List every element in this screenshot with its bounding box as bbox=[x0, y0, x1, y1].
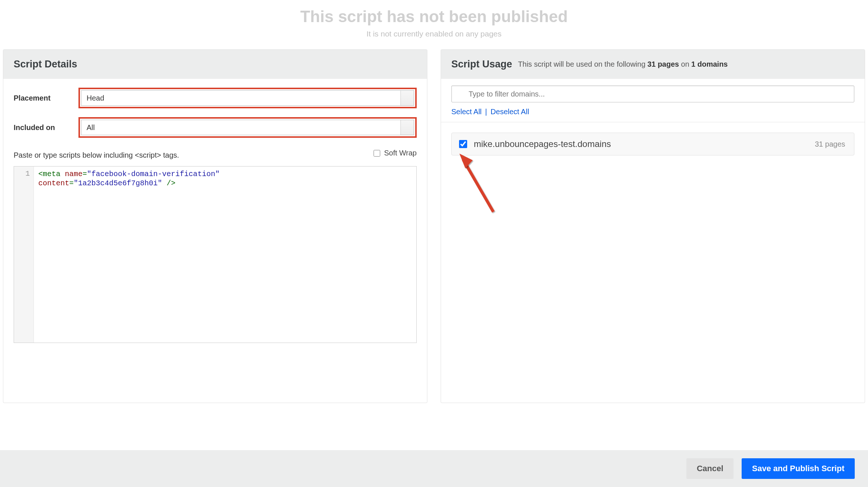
placement-highlight: Head bbox=[78, 88, 417, 108]
domain-filter-row: Select All | Deselect All bbox=[441, 79, 865, 122]
save-publish-button[interactable]: Save and Publish Script bbox=[742, 458, 855, 479]
code-gutter: 1 bbox=[14, 167, 34, 343]
placement-label: Placement bbox=[14, 94, 73, 102]
selection-links: Select All | Deselect All bbox=[451, 108, 854, 116]
script-details-panel: Script Details Placement Head Included o… bbox=[3, 49, 427, 403]
script-instruction: Paste or type scripts below including <s… bbox=[14, 151, 179, 160]
select-all-link[interactable]: Select All bbox=[451, 108, 482, 116]
placement-value: Head bbox=[87, 94, 104, 102]
unpublished-banner: This script has not been published It is… bbox=[0, 0, 868, 49]
included-on-highlight: All bbox=[78, 117, 417, 138]
domain-name: mike.unbouncepages-test.domains bbox=[474, 139, 808, 149]
soft-wrap-toggle[interactable]: Soft Wrap bbox=[374, 149, 417, 157]
dropdown-arrow-icon bbox=[400, 91, 414, 105]
line-number: 1 bbox=[18, 169, 30, 178]
included-on-select[interactable]: All bbox=[81, 120, 414, 135]
domain-checkbox[interactable] bbox=[459, 140, 467, 148]
banner-subtitle: It is not currently enabled on any pages bbox=[0, 29, 868, 38]
dropdown-arrow-icon bbox=[400, 120, 414, 135]
annotation-arrow-icon bbox=[449, 146, 501, 219]
included-on-value: All bbox=[87, 123, 95, 132]
placement-select[interactable]: Head bbox=[81, 90, 414, 106]
soft-wrap-label: Soft Wrap bbox=[384, 149, 417, 157]
domain-row[interactable]: mike.unbouncepages-test.domains 31 pages bbox=[451, 133, 854, 155]
code-editor[interactable]: 1 <meta name="facebook-domain-verificati… bbox=[14, 166, 417, 343]
script-usage-header: Script Usage This script will be used on… bbox=[441, 50, 865, 79]
included-on-label: Included on bbox=[14, 123, 73, 132]
script-usage-panel: Script Usage This script will be used on… bbox=[441, 49, 865, 403]
domain-filter-input[interactable] bbox=[451, 85, 854, 102]
script-details-title: Script Details bbox=[14, 59, 77, 70]
code-content[interactable]: <meta name="facebook-domain-verification… bbox=[34, 167, 416, 343]
link-divider: | bbox=[485, 108, 487, 116]
deselect-all-link[interactable]: Deselect All bbox=[491, 108, 529, 116]
svg-line-0 bbox=[463, 160, 493, 212]
script-usage-description: This script will be used on the followin… bbox=[518, 60, 728, 69]
domain-page-count: 31 pages bbox=[815, 140, 845, 148]
svg-marker-1 bbox=[459, 154, 473, 168]
script-details-header: Script Details bbox=[3, 50, 427, 79]
footer-bar: Cancel Save and Publish Script bbox=[0, 450, 868, 487]
banner-title: This script has not been published bbox=[0, 7, 868, 26]
script-usage-title: Script Usage bbox=[451, 59, 512, 70]
cancel-button[interactable]: Cancel bbox=[686, 458, 734, 479]
soft-wrap-checkbox[interactable] bbox=[374, 150, 380, 157]
